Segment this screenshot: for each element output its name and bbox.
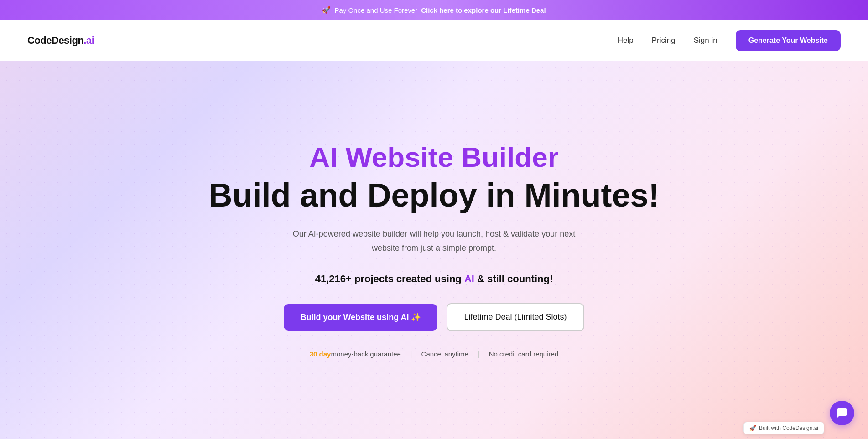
guarantee-cancel-text: Cancel anytime: [421, 350, 468, 358]
guarantee-money-back: 30 day money-back guarantee: [310, 350, 401, 358]
lifetime-deal-button[interactable]: Lifetime Deal (Limited Slots): [447, 303, 584, 331]
banner-icon: 🚀: [322, 6, 331, 14]
chat-button[interactable]: [830, 401, 854, 425]
nav-link-signin[interactable]: Sign in: [694, 36, 717, 45]
hero-section: AI Website Builder Build and Deploy in M…: [0, 61, 868, 439]
stats-suffix: projects created using: [352, 273, 464, 284]
guarantee-money-text: money-back guarantee: [331, 350, 400, 358]
hero-description: Our AI-powered website builder will help…: [279, 227, 589, 255]
banner-text: Pay Once and Use Forever: [334, 6, 417, 14]
nav-links: Help Pricing Sign in Generate Your Websi…: [618, 30, 841, 51]
built-with-badge[interactable]: 🚀 Built with CodeDesign.ai: [743, 422, 824, 434]
banner-link[interactable]: Click here to explore our Lifetime Deal: [421, 6, 546, 14]
hero-content: AI Website Builder Build and Deploy in M…: [209, 142, 660, 359]
hero-buttons: Build your Website using AI ✨ Lifetime D…: [284, 303, 584, 331]
stats-count: 41,216+: [315, 273, 352, 284]
hero-guarantees: 30 day money-back guarantee | Cancel any…: [310, 349, 558, 359]
divider-1: |: [410, 349, 412, 359]
hero-headline-purple: AI Website Builder: [309, 142, 559, 173]
logo-text: CodeDesign: [27, 35, 83, 46]
divider-2: |: [478, 349, 480, 359]
stats-ai: AI: [464, 273, 474, 284]
hero-stats: 41,216+ projects created using AI & stil…: [315, 273, 553, 285]
guarantee-30day: 30 day: [310, 350, 331, 358]
stats-end: & still counting!: [474, 273, 553, 284]
hero-headline-black: Build and Deploy in Minutes!: [209, 177, 660, 213]
guarantee-cancel: Cancel anytime: [421, 350, 468, 358]
built-badge-icon: 🚀: [749, 425, 756, 431]
built-badge-text: Built with CodeDesign.ai: [759, 425, 818, 431]
logo-suffix: .ai: [83, 35, 94, 46]
guarantee-no-card-text: No credit card required: [489, 350, 559, 358]
navbar: CodeDesign.ai Help Pricing Sign in Gener…: [0, 20, 868, 61]
build-website-button[interactable]: Build your Website using AI ✨: [284, 304, 437, 331]
top-banner[interactable]: 🚀 Pay Once and Use Forever Click here to…: [0, 0, 868, 20]
guarantee-no-card: No credit card required: [489, 350, 559, 358]
nav-link-help[interactable]: Help: [618, 36, 634, 45]
logo[interactable]: CodeDesign.ai: [27, 35, 94, 46]
generate-website-button[interactable]: Generate Your Website: [736, 30, 841, 51]
nav-link-pricing[interactable]: Pricing: [652, 36, 676, 45]
chat-bubble-icon: [837, 408, 847, 418]
